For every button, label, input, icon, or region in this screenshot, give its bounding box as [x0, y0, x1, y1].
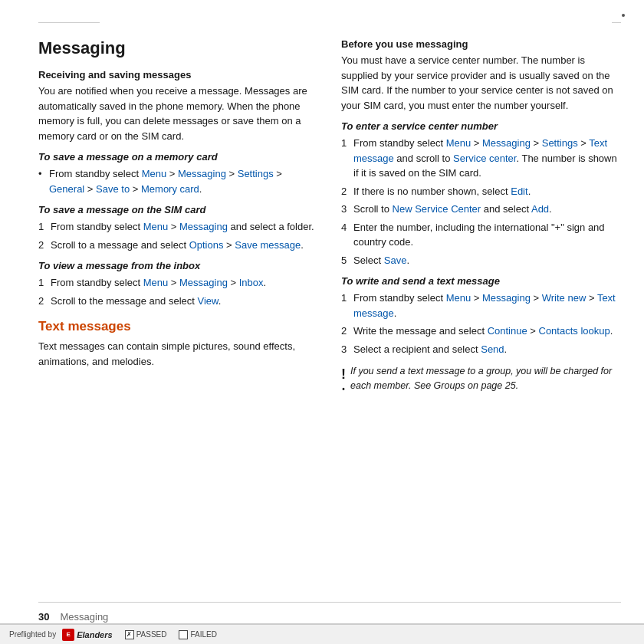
page-number: 30 [38, 611, 49, 623]
link-continue: Continue [488, 325, 527, 337]
footer: 30 Messaging Preflighted by E Elanders ✗… [0, 600, 644, 644]
elanders-logo: E Elanders [62, 629, 112, 641]
link-options: Options [189, 239, 224, 251]
link-messaging: Messaging [178, 168, 226, 179]
failed-badge: FAILED [179, 630, 216, 639]
link-edit: Edit [511, 186, 527, 197]
list-item: From standby select Menu > Messaging > S… [38, 166, 318, 196]
link-view: View [198, 295, 219, 307]
link-servicecenter: Service center [453, 153, 516, 164]
link-save: Save [384, 255, 407, 266]
link-saveto: Save to [96, 183, 130, 195]
step-number: 5 [341, 253, 347, 268]
step-number: 2 [38, 238, 44, 253]
page-label: Messaging [60, 611, 108, 623]
step-text: Select a recipient and select Send. [353, 343, 507, 355]
list-item: 2 Write the message and select Continue … [341, 324, 621, 339]
list-item: 4 Enter the number, including the intern… [341, 220, 621, 250]
sim-card-heading: To save a message on the SIM card [38, 204, 318, 215]
list-item: 3 Select a recipient and select Send. [341, 342, 621, 357]
inbox-heading: To view a message from the inbox [38, 260, 318, 271]
link-send: Send [481, 343, 504, 355]
write-send-heading: To write and send a text message [341, 275, 621, 287]
text-messages-heading: Text messages [38, 319, 318, 334]
step-number: 2 [38, 294, 44, 309]
note-text: If you send a text message to a group, y… [350, 364, 621, 393]
list-item: 2 Scroll to the message and select View. [38, 294, 318, 309]
failed-label: FAILED [190, 630, 216, 639]
link-settings: Settings [542, 137, 578, 149]
intro-paragraph: You are notified when you receive a mess… [38, 84, 318, 143]
passed-label: PASSED [136, 630, 167, 639]
failed-checkbox [179, 630, 188, 639]
link-messaging: Messaging [482, 137, 531, 149]
page: Messaging Receiving and saving messages … [0, 0, 644, 644]
passed-checkbox: ✗ [125, 630, 134, 639]
passed-badge: ✗ PASSED [125, 630, 167, 639]
link-add: Add [531, 203, 549, 215]
link-general: General [49, 183, 84, 195]
memory-card-steps: From standby select Menu > Messaging > S… [38, 166, 318, 196]
preflighted-bar: Preflighted by E Elanders ✗ PASSED FAILE… [0, 624, 644, 644]
inbox-steps: 1 From standby select Menu > Messaging >… [38, 275, 318, 308]
step-number: 4 [341, 220, 347, 235]
list-item: 2 Scroll to a message and select Options… [38, 238, 318, 253]
memory-card-heading: To save a message on a memory card [38, 151, 318, 163]
fold-mark-right [612, 0, 621, 23]
link-inbox: Inbox [239, 277, 264, 288]
link-settings: Settings [238, 168, 274, 179]
step-number: 1 [341, 291, 347, 306]
fold-mark-left [38, 0, 100, 23]
list-item: 1 From standby select Menu > Messaging >… [341, 291, 621, 320]
elanders-icon-inner: E [66, 631, 70, 638]
step-text: Scroll to New Service Center and select … [353, 203, 552, 215]
list-item: 2 If there is no number shown, select Ed… [341, 184, 621, 199]
list-item: 1 From standby select Menu > Messaging >… [38, 275, 318, 291]
note-box: ! • If you send a text message to a grou… [341, 364, 621, 401]
before-messaging-text: You must have a service center number. T… [341, 53, 621, 113]
dot-mark [622, 14, 625, 17]
step-text: Scroll to a message and select Options >… [51, 239, 304, 251]
list-item: 1 From standby select Menu > Messaging >… [341, 136, 621, 181]
link-messaging: Messaging [482, 292, 531, 304]
step-text: Enter the number, including the internat… [353, 222, 605, 248]
link-savemessage: Save message [235, 239, 301, 251]
footer-divider [38, 602, 621, 603]
left-column: Messaging Receiving and saving messages … [38, 31, 318, 598]
link-menu: Menu [142, 168, 167, 179]
link-menu: Menu [143, 277, 169, 288]
link-messaging: Messaging [179, 277, 228, 288]
step-number: 3 [341, 342, 347, 357]
step-number: 2 [341, 184, 347, 199]
elanders-icon: E [62, 629, 74, 641]
step-number: 1 [341, 136, 347, 151]
step-text: From standby select Menu > Messaging > I… [51, 277, 266, 288]
step-text: From standby select Menu > Messaging and… [51, 221, 314, 232]
right-column: Before you use messaging You must have a… [341, 31, 621, 598]
link-writenew: Write new [542, 292, 586, 304]
page-title: Messaging [38, 38, 318, 58]
step-number: 2 [341, 324, 347, 339]
step-text: If there is no number shown, select Edit… [353, 186, 531, 197]
link-messaging: Messaging [179, 221, 228, 232]
step-text: Scroll to the message and select View. [51, 295, 221, 307]
link-menu: Menu [446, 137, 472, 149]
service-center-steps: 1 From standby select Menu > Messaging >… [341, 136, 621, 268]
receiving-heading: Receiving and saving messages [38, 69, 318, 80]
step-text: From standby select Menu > Messaging > S… [49, 168, 282, 195]
before-messaging-heading: Before you use messaging [341, 38, 621, 50]
link-newservicecenter: New Service Center [393, 203, 481, 215]
note-exclamation-icon: ! [341, 366, 346, 383]
sim-card-steps: 1 From standby select Menu > Messaging a… [38, 219, 318, 252]
list-item: 1 From standby select Menu > Messaging a… [38, 219, 318, 235]
step-text: From standby select Menu > Messaging > W… [353, 292, 616, 319]
step-text: From standby select Menu > Messaging > S… [353, 137, 617, 179]
link-contactslookup: Contacts lookup [539, 325, 610, 337]
list-item: 3 Scroll to New Service Center and selec… [341, 202, 621, 217]
elanders-name: Elanders [77, 630, 112, 639]
step-number: 1 [38, 219, 44, 235]
write-send-steps: 1 From standby select Menu > Messaging >… [341, 291, 621, 356]
link-menu: Menu [143, 221, 169, 232]
main-content: Messaging Receiving and saving messages … [38, 31, 621, 598]
note-bullet-icon: • [342, 385, 345, 393]
